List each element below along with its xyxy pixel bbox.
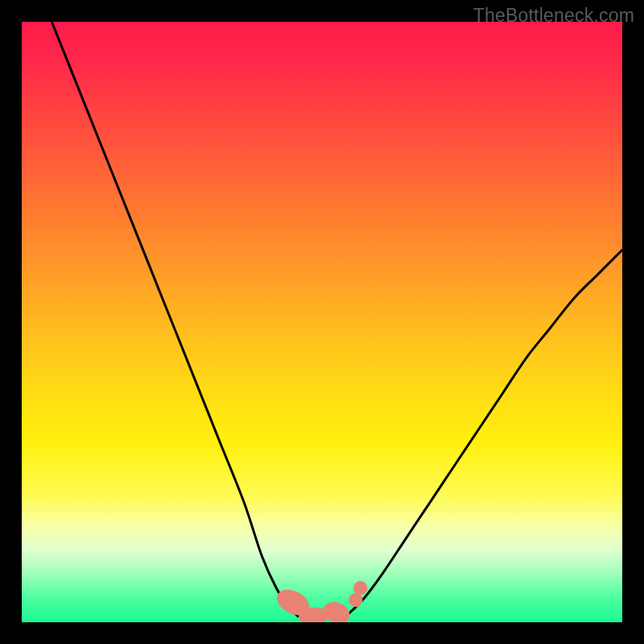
plot-area (22, 22, 622, 622)
series-right-curve (346, 250, 622, 616)
curve-layer (52, 22, 622, 617)
curves-svg (22, 22, 622, 622)
marker-layer (273, 581, 367, 622)
watermark-label: TheBottleneck.com (473, 5, 634, 27)
marker-4 (354, 581, 367, 594)
chart-stage: TheBottleneck.com (0, 0, 644, 644)
series-left-curve (52, 22, 298, 617)
marker-3 (349, 593, 362, 606)
